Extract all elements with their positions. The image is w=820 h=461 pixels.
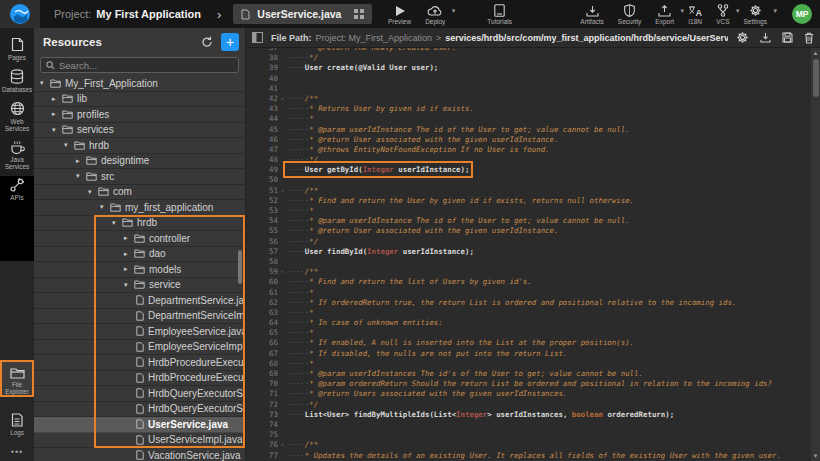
chevron-right-icon[interactable]: ▸ <box>124 234 134 242</box>
fold-marker-icon[interactable]: - <box>278 94 287 104</box>
chevron-down-icon[interactable]: ▾ <box>40 79 50 87</box>
download-icon[interactable] <box>760 32 771 43</box>
tree-item-hrdbqueryexecutorservice[interactable]: HrdbQueryExecutorService <box>34 402 246 418</box>
search-box[interactable] <box>40 57 239 73</box>
sidebar-item-logs[interactable]: Logs <box>0 408 34 436</box>
code-line-55[interactable]: 55·····* @return User associated with th… <box>246 226 812 236</box>
code-line-48[interactable]: 48·····*/ <box>246 155 812 165</box>
chevron-right-icon[interactable]: ▸ <box>52 110 62 118</box>
gear-icon[interactable] <box>736 31 749 44</box>
tree-item-profiles[interactable]: ▸profiles <box>34 107 246 123</box>
code-line-67[interactable]: 67·····* If disabled, the nulls are not … <box>246 349 812 359</box>
toolbar-button-deploy[interactable]: Deploy▾ <box>418 0 452 28</box>
tree-item-userserviceimpl-java[interactable]: UserServiceImpl.java <box>34 433 246 449</box>
code-line-75[interactable]: 75 <box>246 430 812 440</box>
code-line-39[interactable]: 39····User create(@Valid User user); <box>246 63 812 73</box>
code-line-47[interactable]: 47·····* @throws EntityNotFoundException… <box>246 145 812 155</box>
sidebar-item-web-services[interactable]: Web Services <box>0 96 34 132</box>
search-input[interactable] <box>59 60 233 71</box>
sidebar-item-databases[interactable]: Databases <box>0 64 34 93</box>
tree-item-employeeserviceimpl-java[interactable]: EmployeeServiceImpl.java <box>34 340 246 356</box>
code-line-41[interactable]: 41 <box>246 84 812 94</box>
tree-item-hrdbqueryexecutorservice[interactable]: HrdbQueryExecutorService <box>34 386 246 402</box>
code-line-62[interactable]: 62·····* If orderedReturn true, the retu… <box>246 298 812 308</box>
code-line-45[interactable]: 45·····* @param userIdInstance The id of… <box>246 125 812 135</box>
code-line-65[interactable]: 65·····* <box>246 328 812 338</box>
tab-grid-icon[interactable] <box>354 9 364 19</box>
scroll-down-icon[interactable]: ▼ <box>811 451 820 461</box>
code-line-60[interactable]: 60·····* Find and return the list of Use… <box>246 277 812 287</box>
tree-item-models[interactable]: ▸models <box>34 262 246 278</box>
tree-item-hrdb[interactable]: ▾hrdb <box>34 216 246 232</box>
code-line-44[interactable]: 44·····* <box>246 114 812 124</box>
sidebar-item-java-services[interactable]: Java Services <box>0 135 34 170</box>
tree-item-com[interactable]: ▾com <box>34 185 246 201</box>
code-line-54[interactable]: 54·····* @param userIdInstance The id of… <box>246 216 812 226</box>
toolbar-button-settings[interactable]: Settings▾ <box>737 0 775 28</box>
chevron-down-icon[interactable]: ▾ <box>124 281 134 289</box>
tree-item-services[interactable]: ▾services <box>34 123 246 139</box>
tree-item-hrdbprocedureexecutorse[interactable]: HrdbProcedureExecutorSe <box>34 371 246 387</box>
add-resource-button[interactable]: + <box>221 33 239 51</box>
toolbar-button-security[interactable]: Security <box>611 0 648 28</box>
editor-scrollbar[interactable]: ▲ ▼ <box>811 48 820 461</box>
chevron-down-icon[interactable]: ▾ <box>452 7 456 15</box>
sidebar-item-pages[interactable]: Pages <box>0 32 34 61</box>
code-line-72[interactable]: 72·····*/ <box>246 400 812 410</box>
tree-item-my-first-application[interactable]: ▾My_First_Application <box>34 76 246 92</box>
code-line-59[interactable]: 59-····/** <box>246 267 812 277</box>
tree-item-hrdbprocedureexecutorse[interactable]: HrdbProcedureExecutorSe <box>34 355 246 371</box>
tree-item-hrdb[interactable]: ▾hrdb <box>34 138 246 154</box>
code-line-69[interactable]: 69·····* @param userIdInstances The id's… <box>246 369 812 379</box>
chevron-right-icon[interactable]: ▸ <box>124 250 134 258</box>
tree-item-userservice-java[interactable]: UserService.java <box>34 417 246 433</box>
fold-marker-icon[interactable]: - <box>278 267 287 277</box>
tree-item-dao[interactable]: ▸dao <box>34 247 246 263</box>
code-line-61[interactable]: 61·····* <box>246 288 812 298</box>
code-line-76[interactable]: 76-····/** <box>246 440 812 450</box>
code-line-40[interactable]: 40 <box>246 74 812 84</box>
chevron-down-icon[interactable]: ▾ <box>76 172 86 180</box>
tree-item-controller[interactable]: ▸controller <box>34 231 246 247</box>
tree-item-departmentservice-java[interactable]: DepartmentService.java <box>34 293 246 309</box>
code-line-51[interactable]: 51-····/** <box>246 186 812 196</box>
code-line-57[interactable]: 57····User findById(Integer userIdInstan… <box>246 247 812 257</box>
code-line-70[interactable]: 70·····* @param orderedReturn Should the… <box>246 379 812 389</box>
logo-tile[interactable] <box>0 0 40 28</box>
toolbar-button-i18n[interactable]: AI18N <box>681 0 709 28</box>
chevron-right-icon[interactable]: ▸ <box>52 95 62 103</box>
fold-marker-icon[interactable]: - <box>278 186 287 196</box>
chevron-down-icon[interactable]: ▾ <box>64 141 74 149</box>
code-line-42[interactable]: 42-····/** <box>246 94 812 104</box>
code-line-52[interactable]: 52·····* Find and return the User by giv… <box>246 196 812 206</box>
tree-item-employeeservice-java[interactable]: EmployeeService.java <box>34 324 246 340</box>
tree-item-designtime[interactable]: ▸designtime <box>34 154 246 170</box>
scroll-up-icon[interactable]: ▲ <box>811 48 820 58</box>
code-line-66[interactable]: 66·····* If enabled, A null is inserted … <box>246 338 812 348</box>
save-icon[interactable] <box>782 32 793 43</box>
code-line-38[interactable]: 38·····*/ <box>246 53 812 63</box>
chevron-right-icon[interactable]: ▸ <box>124 265 134 273</box>
tree-item-my-first-application[interactable]: ▾my_first_application <box>34 200 246 216</box>
code-line-68[interactable]: 68·····* <box>246 359 812 369</box>
toolbar-button-export[interactable]: Export▾ <box>648 0 681 28</box>
sidebar-item-file-explorer[interactable]: File Explorer <box>0 360 34 397</box>
code-line-73[interactable]: 73····List<User> findByMultipleIds(List<… <box>246 410 812 420</box>
toolbar-button-preview[interactable]: Preview <box>381 0 418 28</box>
chevron-down-icon[interactable]: ▾ <box>88 188 98 196</box>
toolbar-button-artifacts[interactable]: Artifacts <box>573 0 610 28</box>
chevron-right-icon[interactable]: ▸ <box>76 157 86 165</box>
toolbar-button-vcs[interactable]: VCS▾ <box>709 0 736 28</box>
refresh-icon[interactable] <box>201 36 213 48</box>
tree-scrollbar-thumb[interactable] <box>238 250 242 284</box>
code-line-58[interactable]: 58 <box>246 257 812 267</box>
code-editor[interactable]: 37·····* @return The newly created User.… <box>246 48 820 461</box>
code-line-49[interactable]: 49····User getById(Integer userIdInstanc… <box>246 165 812 175</box>
chevron-down-icon[interactable]: ▾ <box>112 219 122 227</box>
user-avatar[interactable]: MP <box>792 4 812 24</box>
chevron-down-icon[interactable]: ▾ <box>52 126 62 134</box>
tree-item-src[interactable]: ▾src <box>34 169 246 185</box>
chevron-down-icon[interactable]: ▾ <box>773 7 777 15</box>
toolbar-button-tutorials[interactable]: Tutorials <box>480 0 519 28</box>
code-line-77[interactable]: 77····* Updates the details of an existi… <box>246 451 812 461</box>
